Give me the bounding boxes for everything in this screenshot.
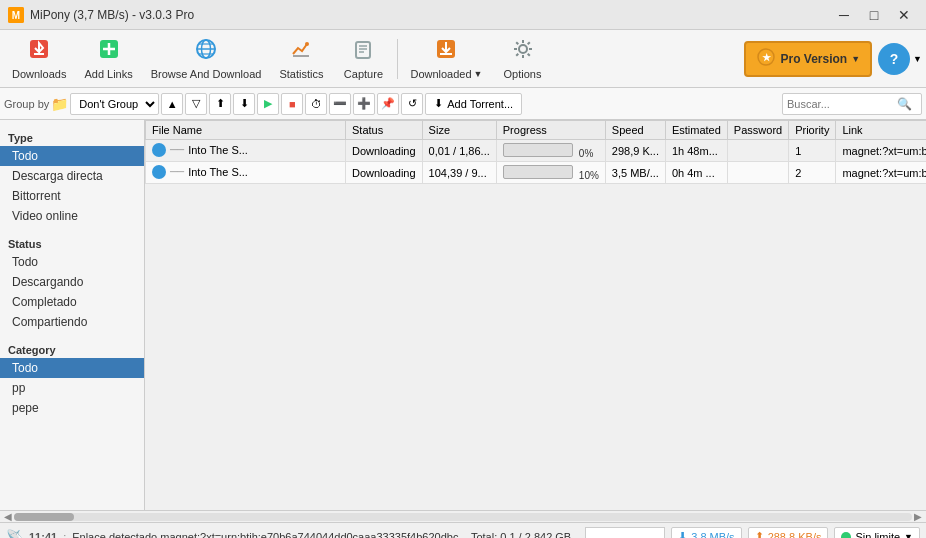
cell-filename: ── Into The S... xyxy=(146,162,346,184)
cell-link: magnet:?xt=um:btih:a753ea1 xyxy=(836,140,926,162)
toolbar: Downloads Add Links Browse And Download xyxy=(0,30,926,88)
browse-icon xyxy=(195,38,217,65)
search-input[interactable] xyxy=(787,98,897,110)
window-controls: ─ □ ✕ xyxy=(830,5,918,25)
scroll-right-arrow[interactable]: ▶ xyxy=(912,511,924,522)
play-btn[interactable]: ▶ xyxy=(257,93,279,115)
sidebar-item-descargando[interactable]: Descargando xyxy=(0,272,144,292)
downloads-button[interactable]: Downloads xyxy=(4,34,74,84)
col-size[interactable]: Size xyxy=(422,121,496,140)
sidebar-item-compartiendo[interactable]: Compartiendo xyxy=(0,312,144,332)
subbar: Group by 📁 Don't Group ▲ ▽ ⬆ ⬇ ▶ ■ ⏱ ➖ ➕… xyxy=(0,88,926,120)
sidebar-item-pp[interactable]: pp xyxy=(0,378,144,398)
options-button[interactable]: Options xyxy=(493,34,553,84)
scrollbar-thumb[interactable] xyxy=(14,513,74,521)
capture-label: Capture xyxy=(344,68,383,80)
col-status[interactable]: Status xyxy=(346,121,423,140)
col-speed[interactable]: Speed xyxy=(605,121,665,140)
limit-dropdown-icon: ▼ xyxy=(904,532,913,539)
downloaded-label: Downloaded ▼ xyxy=(410,68,482,80)
cell-password xyxy=(727,140,788,162)
minimize-button[interactable]: ─ xyxy=(830,5,858,25)
svg-rect-16 xyxy=(356,42,370,58)
cell-password xyxy=(727,162,788,184)
col-password[interactable]: Password xyxy=(727,121,788,140)
downloads-icon xyxy=(28,38,50,65)
col-link[interactable]: Link xyxy=(836,121,926,140)
table-header-row: File Name Status Size Progress Speed Est… xyxy=(146,121,927,140)
statusbar-time: 11:41 xyxy=(29,531,57,539)
svg-line-29 xyxy=(527,53,529,55)
group-select[interactable]: Don't Group xyxy=(70,93,159,115)
col-priority[interactable]: Priority xyxy=(789,121,836,140)
move-down-btn[interactable]: ⬇ xyxy=(233,93,255,115)
statusbar-separator: : xyxy=(63,531,66,539)
sidebar: Type Todo Descarga directa Bittorrent Vi… xyxy=(0,120,145,510)
add-btn[interactable]: ➕ xyxy=(353,93,375,115)
downloaded-button[interactable]: Downloaded ▼ xyxy=(402,34,490,84)
app-title: MiPony (3,7 MB/s) - v3.0.3 Pro xyxy=(30,8,194,22)
browse-button[interactable]: Browse And Download xyxy=(143,34,270,84)
capture-icon xyxy=(352,38,374,65)
remove-btn[interactable]: ➖ xyxy=(329,93,351,115)
col-progress[interactable]: Progress xyxy=(496,121,605,140)
torrent-icon: ⬇ xyxy=(434,97,443,110)
table-body: ── Into The S...Downloading0,01 / 1,86..… xyxy=(146,140,927,184)
table-container: File Name Status Size Progress Speed Est… xyxy=(145,120,926,510)
folder-icon: 📁 xyxy=(51,96,68,112)
sort-down-icon-btn[interactable]: ▽ xyxy=(185,93,207,115)
cell-size: 0,01 / 1,86... xyxy=(422,140,496,162)
svg-line-28 xyxy=(516,42,518,44)
sidebar-item-video-online[interactable]: Video online xyxy=(0,206,144,226)
statistics-button[interactable]: Statistics xyxy=(271,34,331,84)
pro-dropdown-icon: ▼ xyxy=(851,54,860,64)
cell-speed: 298,9 K... xyxy=(605,140,665,162)
sidebar-item-descarga[interactable]: Descarga directa xyxy=(0,166,144,186)
clock-btn[interactable]: ⏱ xyxy=(305,93,327,115)
search-icon: 🔍 xyxy=(897,97,912,111)
add-torrent-button[interactable]: ⬇ Add Torrent... xyxy=(425,93,522,115)
titlebar: M MiPony (3,7 MB/s) - v3.0.3 Pro ─ □ ✕ xyxy=(0,0,926,30)
add-links-label: Add Links xyxy=(84,68,132,80)
sidebar-item-todo-cat[interactable]: Todo xyxy=(0,358,144,378)
maximize-button[interactable]: □ xyxy=(860,5,888,25)
stats-icon xyxy=(290,38,312,65)
sidebar-item-pepe[interactable]: pepe xyxy=(0,398,144,418)
options-label: Options xyxy=(504,68,542,80)
pro-version-button[interactable]: ★ Pro Version ▼ xyxy=(744,41,872,77)
statusbar-status-icon: 📡 xyxy=(6,529,23,539)
limit-label: Sin limite xyxy=(855,531,900,539)
cell-status: Downloading xyxy=(346,162,423,184)
col-estimated[interactable]: Estimated xyxy=(665,121,727,140)
table-row[interactable]: ── Into The S...Downloading104,39 / 9...… xyxy=(146,162,927,184)
toolbar-separator xyxy=(397,39,398,79)
sort-up-icon-btn[interactable]: ▲ xyxy=(161,93,183,115)
options-icon xyxy=(512,38,534,65)
col-filename[interactable]: File Name xyxy=(146,121,346,140)
search-box: 🔍 xyxy=(782,93,922,115)
cell-size: 104,39 / 9... xyxy=(422,162,496,184)
help-button[interactable]: ? xyxy=(878,43,910,75)
statusbar: 📡 11:41 : Enlace detectado magnet:?xt=ur… xyxy=(0,522,926,538)
download-speed-icon: ⬇ xyxy=(678,530,687,538)
refresh-btn[interactable]: ↺ xyxy=(401,93,423,115)
stop-btn[interactable]: ■ xyxy=(281,93,303,115)
move-up-btn[interactable]: ⬆ xyxy=(209,93,231,115)
close-button[interactable]: ✕ xyxy=(890,5,918,25)
sidebar-item-todo-status[interactable]: Todo xyxy=(0,252,144,272)
speed-input-box[interactable] xyxy=(585,527,665,539)
cell-priority: 1 xyxy=(789,140,836,162)
pin-btn[interactable]: 📌 xyxy=(377,93,399,115)
capture-button[interactable]: Capture xyxy=(333,34,393,84)
add-links-button[interactable]: Add Links xyxy=(76,34,140,84)
sidebar-item-todo-type[interactable]: Todo xyxy=(0,146,144,166)
sidebar-item-completado[interactable]: Completado xyxy=(0,292,144,312)
cell-progress: 0% xyxy=(496,140,605,162)
help-dropdown-icon: ▼ xyxy=(913,54,922,64)
table-row[interactable]: ── Into The S...Downloading0,01 / 1,86..… xyxy=(146,140,927,162)
main-area: Type Todo Descarga directa Bittorrent Vi… xyxy=(0,120,926,510)
horizontal-scrollbar[interactable]: ◀ ▶ xyxy=(0,510,926,522)
scroll-left-arrow[interactable]: ◀ xyxy=(2,511,14,522)
sidebar-item-bittorrent[interactable]: Bittorrent xyxy=(0,186,144,206)
limit-box[interactable]: Sin limite ▼ xyxy=(834,527,920,539)
